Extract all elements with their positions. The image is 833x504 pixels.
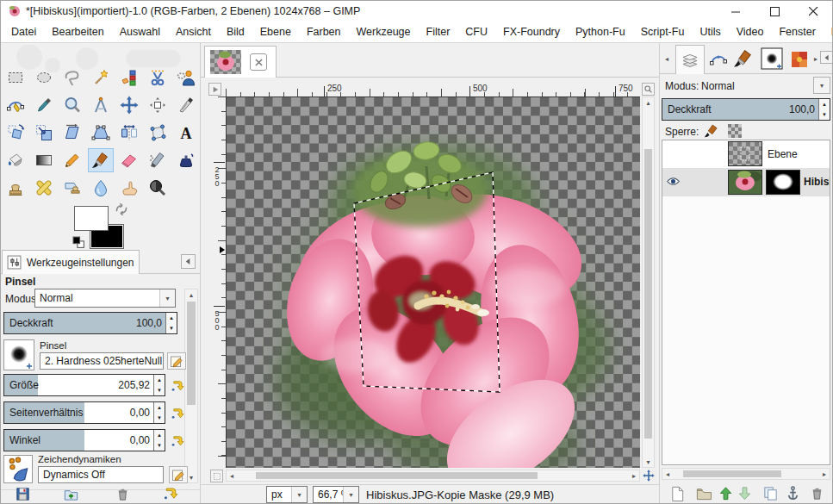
brush-preview[interactable] — [3, 339, 34, 370]
opacity-slider[interactable]: Deckkraft 100,0 ▲▼ — [3, 312, 177, 334]
dynamics-input[interactable]: Dynamics Off — [38, 466, 164, 483]
menu-cfu[interactable]: CFU — [457, 22, 495, 42]
tool-eraser[interactable] — [116, 148, 142, 172]
tool-clone[interactable] — [3, 176, 28, 200]
menu-fx-foundry[interactable]: FX-Foundry — [495, 22, 568, 42]
brush-name-input[interactable]: 2. Hardness 025herteNull — [40, 352, 164, 370]
size-spinner[interactable]: ▲▼ — [153, 375, 165, 395]
menu-script-fu[interactable]: Script-Fu — [633, 22, 693, 42]
tool-scale[interactable] — [31, 121, 57, 145]
duplicate-layer-button[interactable] — [760, 483, 780, 502]
tool-move[interactable] — [116, 93, 142, 117]
menu-bild[interactable]: Bild — [219, 22, 252, 42]
tool-heal[interactable] — [31, 176, 57, 200]
canvas-viewport[interactable] — [226, 96, 640, 468]
tool-fuzzy-select[interactable] — [88, 65, 114, 90]
tool-scissors[interactable] — [145, 65, 171, 90]
menu-video[interactable]: Video — [729, 22, 772, 42]
scrollbar-thumb[interactable] — [644, 149, 652, 439]
menu-filter[interactable]: Filter — [419, 22, 458, 42]
tab-paths[interactable] — [708, 49, 729, 70]
scroll-left-icon[interactable]: ◂ — [227, 470, 237, 481]
unit-select[interactable]: px ▾ — [266, 486, 308, 503]
vertical-ruler[interactable]: 250 500 — [212, 96, 226, 468]
reset-aspect-button[interactable] — [169, 405, 186, 422]
tool-pencil[interactable] — [59, 148, 85, 172]
tool-foreground-select[interactable] — [173, 65, 199, 90]
angle-slider[interactable]: Winkel 0,00 ▲▼ — [3, 429, 165, 451]
tool-ink[interactable] — [173, 148, 199, 172]
delete-options-button[interactable] — [112, 484, 133, 503]
tool-measure[interactable] — [88, 93, 114, 117]
quick-mask-toggle[interactable] — [210, 470, 223, 482]
tool-color-picker[interactable] — [31, 93, 57, 117]
lower-layer-button[interactable] — [734, 483, 755, 502]
tool-paintbrush[interactable] — [88, 148, 114, 172]
tool-paths[interactable] — [3, 93, 28, 117]
layer-mask-thumbnail[interactable] — [766, 170, 800, 195]
aspect-ratio-slider[interactable]: Seitenverhältnis 0,00 ▲▼ — [3, 401, 165, 424]
menu-hilfe[interactable]: Hilfe — [824, 22, 833, 42]
tool-smudge[interactable] — [116, 176, 142, 200]
tool-blend[interactable] — [31, 148, 57, 172]
default-colors-icon[interactable] — [72, 236, 85, 249]
scroll-down-icon[interactable]: ▾ — [643, 457, 654, 467]
scrollbar-thumb[interactable] — [683, 470, 781, 477]
aspect-spinner[interactable]: ▲▼ — [153, 402, 165, 423]
close-button[interactable] — [794, 0, 833, 22]
menu-ebene[interactable]: Ebene — [252, 22, 299, 42]
minimize-button[interactable] — [717, 0, 755, 22]
tool-select-by-color[interactable] — [116, 65, 142, 90]
menu-datei[interactable]: Datei — [3, 22, 44, 42]
menu-python-fu[interactable]: Python-Fu — [568, 22, 633, 42]
scroll-right-icon[interactable]: ▸ — [819, 469, 830, 479]
tool-zoom[interactable] — [59, 93, 85, 117]
tool-align[interactable] — [145, 93, 171, 117]
reset-size-button[interactable] — [169, 377, 186, 395]
layers-horizontal-scrollbar[interactable]: ◂ ▸ — [662, 468, 830, 480]
menu-auswahl[interactable]: Auswahl — [112, 22, 168, 42]
canvas-horizontal-scrollbar[interactable]: ◂ ▸ — [226, 470, 640, 482]
layer-thumbnail[interactable] — [728, 141, 762, 166]
size-slider[interactable]: Größe 205,92 ▲▼ — [3, 374, 165, 396]
tool-perspective-clone[interactable] — [59, 176, 85, 200]
tool-shear[interactable] — [59, 121, 85, 145]
opacity-spinner[interactable]: ▲▼ — [165, 313, 177, 333]
tabs-scroll-right-icon[interactable]: ▸ — [811, 53, 820, 64]
menu-farben[interactable]: Farben — [299, 22, 349, 42]
zoom-level-select[interactable]: 66,7 % ▾ — [313, 486, 359, 503]
new-layer-group-button[interactable] — [693, 483, 713, 502]
menu-fenster[interactable]: Fenster — [771, 22, 823, 42]
tool-cage-transform[interactable] — [145, 121, 171, 145]
tool-perspective[interactable] — [88, 121, 114, 145]
layer-mode-dropdown[interactable]: ▾ — [813, 77, 830, 94]
close-tab-button[interactable] — [250, 53, 267, 71]
menu-ansicht[interactable]: Ansicht — [168, 22, 219, 42]
tool-bucket-fill[interactable] — [3, 148, 28, 172]
paint-mode-select[interactable]: Normal ▾ — [34, 289, 176, 308]
tab-brushes[interactable] — [760, 47, 784, 71]
foreground-color-swatch[interactable] — [74, 206, 109, 231]
reset-angle-button[interactable] — [169, 432, 186, 450]
tab-tool-options[interactable]: Werkzeugeinstellungen — [2, 250, 140, 274]
ruler-origin-button[interactable] — [208, 83, 221, 96]
layer-thumbnail[interactable] — [728, 170, 762, 195]
lock-alpha-toggle[interactable] — [727, 123, 743, 139]
scroll-up-icon[interactable]: ▴ — [643, 97, 654, 108]
restore-options-button[interactable] — [60, 484, 81, 503]
tool-options-scrollbar[interactable]: ▴ ▾ — [184, 289, 198, 483]
lock-pixels-toggle[interactable] — [703, 122, 720, 140]
image-tab[interactable] — [204, 46, 277, 78]
tab-tool[interactable] — [732, 47, 755, 70]
scroll-up-icon[interactable]: ▴ — [185, 289, 197, 300]
menu-utils[interactable]: Utils — [692, 22, 728, 42]
visibility-toggle[interactable] — [666, 174, 685, 191]
raise-layer-button[interactable] — [715, 483, 736, 502]
layer-row-hibiskus[interactable]: Hibisku — [662, 168, 830, 196]
scrollbar-thumb[interactable] — [256, 472, 538, 479]
layer-opacity-slider[interactable]: Deckkraft 100,0 ▲▼ — [662, 98, 830, 121]
tool-blur-sharpen[interactable] — [88, 176, 114, 200]
tool-rotate[interactable] — [3, 121, 28, 145]
tool-free-select[interactable] — [59, 65, 85, 90]
scrollbar-thumb[interactable] — [187, 302, 196, 405]
